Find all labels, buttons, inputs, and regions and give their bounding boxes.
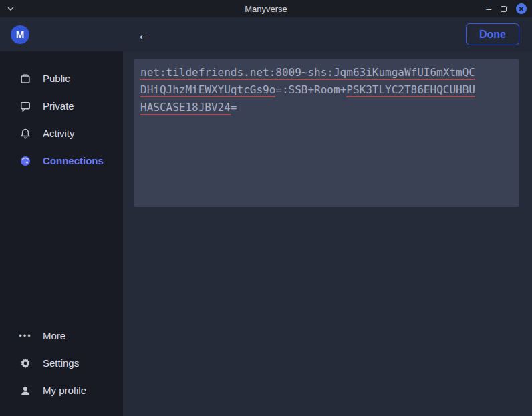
settings-gear-icon: [19, 357, 32, 370]
private-icon: [19, 99, 32, 113]
sidebar-item-private[interactable]: Private: [0, 92, 123, 120]
sidebar-item-label: Public: [43, 73, 70, 84]
sidebar-item-label: My profile: [43, 385, 86, 396]
sidebar-item-settings[interactable]: Settings: [0, 349, 123, 377]
done-button[interactable]: Done: [466, 23, 519, 45]
invite-code-input[interactable]: net:tildefriends.net:8009~shs:Jqm63iKumg…: [134, 59, 519, 207]
sidebar-item-activity[interactable]: Activity: [0, 120, 123, 147]
window-title: Manyverse: [0, 4, 532, 14]
invite-text-line: HASCASE18JBV24=: [140, 99, 512, 116]
sidebar-item-my-profile[interactable]: My profile: [0, 377, 123, 404]
main-content: net:tildefriends.net:8009~shs:Jqm63iKumg…: [123, 51, 532, 416]
public-icon: [19, 72, 32, 85]
back-button[interactable]: ←: [134, 24, 155, 45]
sidebar-item-label: Connections: [43, 155, 104, 166]
app-header: M ← Done: [0, 17, 532, 51]
invite-text-segment-underlined: PSK3TLYC2T86EHQCUHBU: [346, 83, 475, 97]
close-button[interactable]: ✕: [516, 3, 527, 14]
sidebar-item-label: Private: [43, 100, 74, 112]
window-controls: – ✕: [486, 0, 527, 17]
sidebar-item-connections[interactable]: Connections: [0, 147, 123, 174]
more-dots-icon: •••: [19, 329, 32, 343]
sidebar: Public Private Activit: [0, 51, 123, 416]
titlebar: Manyverse – ✕: [0, 0, 532, 17]
sidebar-item-label: Activity: [43, 128, 75, 139]
maximize-button[interactable]: [501, 6, 507, 12]
connections-icon: [19, 154, 32, 168]
invite-text-segment-underlined: HASCASE18JBV24: [140, 101, 231, 115]
manyverse-logo: M: [11, 25, 29, 44]
invite-text-segment-underlined: DHiQJhzMiEWXYUqtcGs9o: [140, 83, 275, 97]
invite-text-segment: =:SSB+Room+: [275, 83, 346, 96]
invite-text-segment: =: [231, 101, 237, 114]
invite-text-line: net:tildefriends.net:8009~shs:Jqm63iKumg…: [140, 64, 512, 81]
profile-person-icon: [19, 384, 32, 397]
app-window: Manyverse – ✕ M ← Done Pub: [0, 0, 532, 416]
logo-letter: M: [16, 29, 25, 40]
sidebar-item-more[interactable]: ••• More: [0, 322, 123, 349]
back-arrow-icon: ←: [137, 26, 152, 43]
sidebar-item-label: More: [43, 330, 65, 341]
activity-bell-icon: [19, 127, 32, 140]
invite-text-line: DHiQJhzMiEWXYUqtcGs9o=:SSB+Room+PSK3TLYC…: [140, 81, 512, 99]
sidebar-item-label: Settings: [43, 357, 79, 369]
sidebar-item-public[interactable]: Public: [0, 65, 123, 92]
sidebar-spacer: [0, 174, 123, 322]
invite-text-segment-underlined: net:tildefriends.net:8009~shs:Jqm63iKumg…: [140, 66, 475, 80]
minimize-button[interactable]: –: [486, 4, 491, 13]
